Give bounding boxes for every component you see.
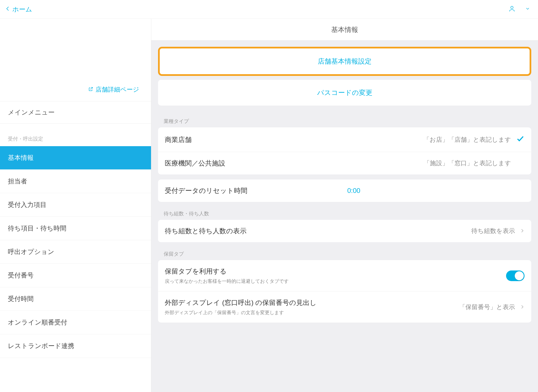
sidebar-item-online-order[interactable]: オンライン順番受付 [0, 311, 151, 334]
wait-display-value: 待ち組数を表示 [471, 227, 515, 235]
page-title: 基本情報 [151, 19, 538, 41]
svg-point-0 [511, 6, 513, 9]
spacer [158, 174, 531, 179]
external-link-icon [88, 86, 93, 93]
biz-type-group: 商業店舗 「お店」「店舗」と表記します 医療機関／公共施設 「施設」「窓口」と [158, 127, 531, 174]
hold-heading-row[interactable]: 外部ディスプレイ (窓口呼出) の保留番号の見出し 外部ディスプレイ上の「保留番… [158, 291, 531, 323]
biz-type-medical-title: 医療機関／公共施設 [165, 159, 424, 168]
content-area: 店舗基本情報設定 パスコードの変更 業種タイプ 商業店舗 「お店」「店舗」と表記… [151, 41, 538, 339]
hold-label: 保留タブ [158, 242, 531, 260]
sidebar-item-wait-items[interactable]: 待ち項目・待ち時間 [0, 217, 151, 240]
sidebar-item-staff[interactable]: 担当者 [0, 170, 151, 193]
topbar-right [508, 5, 530, 13]
biz-type-medical[interactable]: 医療機関／公共施設 「施設」「窓口」と表記します [158, 152, 531, 174]
reset-time-label: 受付データのリセット時間 [165, 186, 247, 195]
reset-time-row[interactable]: 受付データのリセット時間 0:00 [158, 179, 531, 202]
reset-time-value: 0:00 [347, 187, 360, 195]
shop-link-label: 店舗詳細ページ [96, 85, 139, 94]
wait-display-row[interactable]: 待ち組数と待ち人数の表示 待ち組数を表示 [158, 220, 531, 242]
topbar: ホーム [0, 0, 538, 19]
biz-type-commercial-title: 商業店舗 [165, 135, 423, 144]
biz-type-label: 業種タイプ [158, 109, 531, 127]
shop-block: 店舗詳細ページ [0, 19, 151, 101]
sidebar-item-reception-number[interactable]: 受付番号 [0, 264, 151, 287]
card-shop-settings-label: 店舗基本情報設定 [318, 57, 372, 65]
shop-detail-link[interactable]: 店舗詳細ページ [88, 85, 139, 94]
sidebar-item-basic-info[interactable]: 基本情報 [0, 146, 151, 170]
hold-enable-toggle[interactable] [506, 270, 525, 281]
hold-enable-row[interactable]: 保留タブを利用する 戻って来なかったお客様を一時的に退避しておくタブです [158, 260, 531, 291]
back-home-link[interactable]: ホーム [5, 4, 32, 14]
sidebar-item-input-items[interactable]: 受付入力項目 [0, 193, 151, 217]
card-shop-settings[interactable]: 店舗基本情報設定 [158, 47, 531, 76]
sidebar-menu: 基本情報 担当者 受付入力項目 待ち項目・待ち時間 呼出オプション 受付番号 受… [0, 146, 151, 358]
main-panel: 基本情報 店舗基本情報設定 パスコードの変更 業種タイプ 商業店舗 「お店」「店… [151, 19, 538, 392]
check-icon [516, 134, 525, 145]
user-icon[interactable] [508, 5, 516, 13]
hold-heading-sub: 外部ディスプレイ上の「保留番号」の文言を変更します [165, 309, 459, 316]
main-menu-header[interactable]: メインメニュー [0, 101, 151, 124]
biz-type-medical-desc: 「施設」「窓口」と表記します [424, 159, 511, 167]
sidebar-item-call-options[interactable]: 呼出オプション [0, 240, 151, 264]
sidebar-item-restaurant-board[interactable]: レストランボード連携 [0, 334, 151, 358]
wait-display-title: 待ち組数と待ち人数の表示 [165, 227, 471, 235]
biz-type-commercial-desc: 「お店」「店舗」と表記します [423, 136, 511, 144]
chevron-right-icon [520, 304, 525, 311]
chevron-right-icon [520, 227, 525, 235]
home-label: ホーム [12, 5, 32, 14]
hold-group: 保留タブを利用する 戻って来なかったお客様を一時的に退避しておくタブです 外部デ… [158, 260, 531, 323]
sidebar-section-label: 受付・呼出設定 [0, 124, 151, 146]
hold-enable-sub: 戻って来なかったお客様を一時的に退避しておくタブです [165, 278, 506, 284]
body-wrap: 店舗詳細ページ メインメニュー 受付・呼出設定 基本情報 担当者 受付入力項目 … [0, 19, 538, 392]
sidebar-item-reception-time[interactable]: 受付時間 [0, 287, 151, 311]
sidebar: 店舗詳細ページ メインメニュー 受付・呼出設定 基本情報 担当者 受付入力項目 … [0, 19, 151, 392]
chevron-left-icon [5, 4, 11, 14]
wait-group: 待ち組数と待ち人数の表示 待ち組数を表示 [158, 220, 531, 242]
chevron-down-icon[interactable] [525, 6, 530, 12]
hold-enable-title: 保留タブを利用する [165, 267, 506, 276]
hold-heading-value: 「保留番号」と表示 [459, 303, 515, 311]
card-passcode-change[interactable]: パスコードの変更 [158, 80, 531, 106]
card-passcode-label: パスコードの変更 [317, 89, 372, 96]
biz-type-commercial[interactable]: 商業店舗 「お店」「店舗」と表記します [158, 127, 531, 152]
wait-label: 待ち組数・待ち人数 [158, 202, 531, 220]
reset-time-group: 受付データのリセット時間 0:00 [158, 179, 531, 202]
hold-heading-title: 外部ディスプレイ (窓口呼出) の保留番号の見出し [165, 298, 459, 307]
toggle-knob [515, 271, 524, 280]
